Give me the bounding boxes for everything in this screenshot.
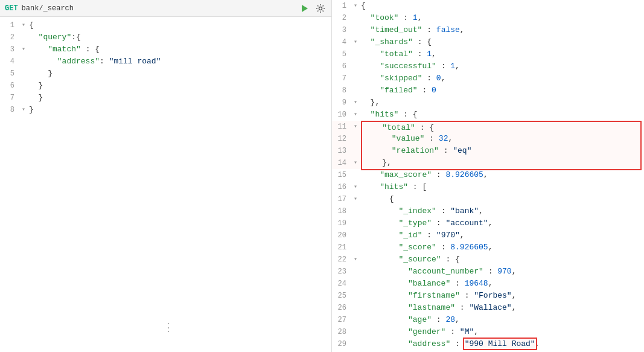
code-line: 5 "total" : 1,: [332, 48, 644, 60]
toolbar: GET bank/_search: [0, 0, 331, 17]
code-line: 1 ▾ {: [332, 0, 644, 12]
code-line: 7 "skipped" : 0,: [332, 72, 644, 85]
code-line: 23 "account_number" : 970,: [332, 266, 644, 278]
highlight-region: 14 ▾ },: [332, 157, 644, 169]
highlight-region: 11 ▾ "total" : {: [332, 121, 644, 133]
code-line: 17 ▾ {: [332, 193, 644, 205]
code-line: 28 "gender" : "M",: [332, 326, 644, 338]
code-line: 6 }: [0, 80, 331, 92]
code-line: 15 "max_score" : 8.926605,: [332, 169, 644, 181]
code-line: 25 "firstname" : "Forbes",: [332, 290, 644, 302]
code-line: 1 ▾ {: [0, 19, 331, 31]
play-icon: [300, 4, 308, 13]
code-line: 6 "successful" : 1,: [332, 60, 644, 72]
code-line: 7 }: [0, 92, 331, 104]
left-editor[interactable]: 1 ▾ { 2 "query":{ 3 ▾ "match" : { 4 "add…: [0, 17, 331, 352]
highlight-region: 13 "relation" : "eq": [332, 145, 644, 157]
request-url: bank/_search: [22, 4, 74, 13]
code-line: 9 ▾ },: [332, 97, 644, 109]
code-line: 4 "address": "mill road": [0, 56, 331, 68]
play-button[interactable]: [299, 3, 310, 14]
svg-point-1: [319, 7, 322, 10]
code-line: 10 ▾ "hits" : {: [332, 109, 644, 121]
highlight-region: 12 "value" : 32,: [332, 133, 644, 145]
code-line: 8 "failed" : 0: [332, 85, 644, 97]
code-line: 3 ▾ "match" : {: [0, 43, 331, 56]
code-line: 27 "age" : 28,: [332, 314, 644, 326]
code-line: 2 "took" : 1,: [332, 12, 644, 24]
svg-marker-0: [302, 5, 308, 12]
code-line-address: 29 "address" : "990 Mill Road",: [332, 338, 644, 350]
code-line: 18 "_index" : "bank",: [332, 205, 644, 217]
code-line: 22 ▾ "_source" : {: [332, 254, 644, 266]
settings-button[interactable]: [314, 2, 327, 14]
right-panel: 1 ▾ { 2 "took" : 1, 3 "timed_out" : fals…: [332, 0, 644, 352]
code-line: 20 "_id" : "970",: [332, 229, 644, 242]
code-line: 3 "timed_out" : false,: [332, 24, 644, 36]
code-line: 8 ▾ }: [0, 104, 331, 116]
settings-icon: [316, 4, 325, 13]
toolbar-icons: [299, 2, 327, 14]
code-line: 26 "lastname" : "Wallace",: [332, 302, 644, 314]
code-line: 21 "_score" : 8.926605,: [332, 242, 644, 254]
http-method: GET: [5, 4, 18, 13]
code-line: 2 "query":{: [0, 31, 331, 43]
left-panel: GET bank/_search 1 ▾ { 2 "q: [0, 0, 332, 352]
code-line: 4 ▾ "_shards" : {: [332, 36, 644, 48]
code-line: 19 "_type" : "account",: [332, 217, 644, 229]
code-line: 5 }: [0, 68, 331, 80]
code-line: 24 "balance" : 19648,: [332, 278, 644, 290]
code-line: 16 ▾ "hits" : [: [332, 181, 644, 193]
